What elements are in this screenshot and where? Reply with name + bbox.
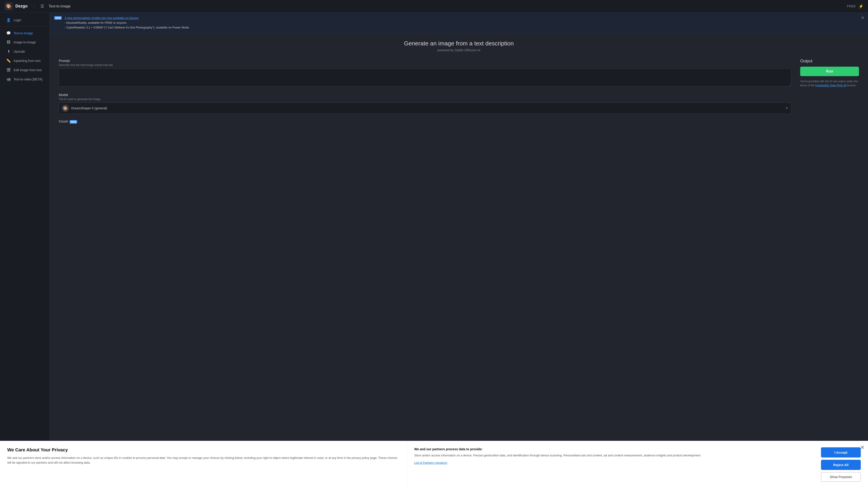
sidebar-item-edit-image[interactable]: 🎬 Edit image from text <box>2 66 48 74</box>
count-label: Count <box>59 119 68 123</box>
form-section: Prompt Describe how the final image shou… <box>59 59 791 124</box>
notification-banner: NEW 3 new photorealistic models are now … <box>50 13 868 33</box>
notification-line2: - CyberRealistic 3.1 + ICBINP ("I Can't … <box>64 25 190 30</box>
sidebar-label-inpainting: Inpainting from text <box>13 59 40 63</box>
model-hint: The AI used to generate the image. <box>59 98 791 101</box>
sidebar-item-inpainting[interactable]: ✏️ Inpainting from text <box>2 56 48 65</box>
sidebar-label-upscale: Upscale <box>13 50 25 53</box>
user-icon: 👤 <box>6 18 11 22</box>
sidebar-item-image-to-image[interactable]: 🖼 Image-to-Image <box>2 38 48 46</box>
privacy-middle-section: We and our partners process data to prov… <box>407 441 814 488</box>
model-label: Model <box>59 93 791 97</box>
header-right: FREE ⚡ <box>847 4 864 9</box>
model-field: Model The AI used to generate the image.… <box>59 93 791 114</box>
sidebar: 👤 Login 💬 Text-to-Image 🖼 Image-to-Image… <box>0 13 50 488</box>
privacy-overlay: We Care About Your Privacy We and our pa… <box>0 441 868 488</box>
sidebar-divider-top <box>0 26 50 27</box>
page-title: Generate an image from a text descriptio… <box>59 40 859 47</box>
logo-icon[interactable]: 🎨 <box>4 2 13 10</box>
sidebar-item-text-to-video[interactable]: 📹 Text-to-video [BETA] <box>2 75 48 84</box>
notification-line1: - AbsoluteReality, available for FREE to… <box>64 21 190 25</box>
header-page-title: Text-to-image <box>49 4 70 8</box>
notification-link[interactable]: 3 new photorealistic models are now avai… <box>64 16 138 20</box>
output-section: Output Run You're provided with the AI r… <box>800 59 859 88</box>
list-of-partners-link[interactable]: List of Partners (vendors) <box>414 461 447 464</box>
privacy-partners-desc: Store and/or access information on a dev… <box>414 453 807 458</box>
model-name-label: DreamShaper 6 (general) <box>71 106 783 110</box>
page-subtitle: powered by Stable Diffusion AI <box>59 48 859 52</box>
sidebar-item-text-to-image[interactable]: 💬 Text-to-Image <box>2 29 48 37</box>
sidebar-label-edit-image: Edit image from text <box>13 68 42 72</box>
notification-new-badge: NEW <box>54 16 62 20</box>
count-field: Count NEW <box>59 119 791 124</box>
sidebar-item-login[interactable]: 👤 Login <box>2 15 48 24</box>
notification-text: 3 new photorealistic models are now avai… <box>64 16 190 30</box>
license-text: You're provided with the AI raw output u… <box>800 79 859 88</box>
sidebar-item-upscale[interactable]: ⬆ Upscale <box>2 47 48 56</box>
run-button[interactable]: Run <box>800 67 859 76</box>
sidebar-login-label: Login <box>13 18 21 22</box>
sidebar-spacer <box>0 84 50 454</box>
accept-button[interactable]: I Accept <box>821 447 861 457</box>
license-suffix: license. <box>847 84 857 87</box>
sidebar-label-text-to-image: Text-to-Image <box>13 31 33 35</box>
show-purposes-button[interactable]: Show Purposes <box>821 472 861 482</box>
sidebar-label-text-to-video: Text-to-video [BETA] <box>13 77 42 81</box>
app-name: Dezgo <box>16 4 28 8</box>
privacy-buttons: I Accept Reject All Show Purposes <box>814 441 868 488</box>
count-header: Count NEW <box>59 119 791 124</box>
prompt-field: Prompt Describe how the final image shou… <box>59 59 791 88</box>
form-output-layout: Prompt Describe how the final image shou… <box>59 59 859 124</box>
model-avatar: 🎨 <box>62 105 69 112</box>
privacy-partners-title: We and our partners process data to prov… <box>414 447 807 451</box>
sidebar-label-image-to-image: Image-to-Image <box>13 40 36 44</box>
text-to-video-icon: 📹 <box>6 77 11 81</box>
privacy-description: We and our partners store and/or access … <box>7 456 400 465</box>
edit-image-icon: 🎬 <box>6 68 11 72</box>
header: 🎨 Dezgo ☰ Text-to-image FREE ⚡ <box>0 0 868 13</box>
main-content: Generate an image from a text descriptio… <box>50 33 868 488</box>
inpainting-icon: ✏️ <box>6 59 11 63</box>
prompt-label: Prompt <box>59 59 791 63</box>
header-left: 🎨 Dezgo ☰ Text-to-image <box>4 2 70 10</box>
prompt-input[interactable] <box>59 68 791 87</box>
main-layout: 👤 Login 💬 Text-to-Image 🖼 Image-to-Image… <box>0 13 868 488</box>
reject-button[interactable]: Reject All <box>821 460 861 470</box>
page-header: Generate an image from a text descriptio… <box>59 40 859 52</box>
content-area: NEW 3 new photorealistic models are now … <box>50 13 868 488</box>
free-badge: FREE <box>847 4 856 8</box>
close-notification-icon[interactable]: ✕ <box>861 15 864 20</box>
image-to-image-icon: 🖼 <box>6 40 11 44</box>
prompt-hint: Describe how the final image should look… <box>59 64 791 67</box>
upscale-icon: ⬆ <box>6 49 11 54</box>
count-new-badge: NEW <box>70 120 77 124</box>
bolt-icon[interactable]: ⚡ <box>859 4 864 9</box>
license-link[interactable]: CreativeML Open RAIL-M <box>815 84 846 87</box>
text-to-image-icon: 💬 <box>6 31 11 35</box>
privacy-title: We Care About Your Privacy <box>7 447 400 453</box>
output-title: Output <box>800 59 859 64</box>
privacy-close-icon[interactable]: ✕ <box>860 445 864 451</box>
hamburger-icon[interactable]: ☰ <box>40 4 44 9</box>
dropdown-chevron-icon: ▼ <box>785 107 788 110</box>
privacy-left-section: We Care About Your Privacy We and our pa… <box>0 441 407 488</box>
model-select-dropdown[interactable]: 🎨 DreamShaper 6 (general) ▼ <box>59 103 791 114</box>
